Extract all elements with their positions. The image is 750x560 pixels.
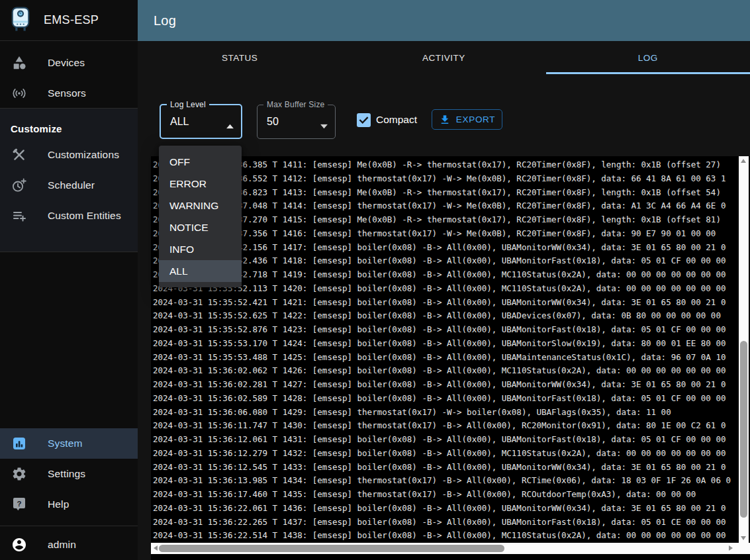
- log-level-option-label: OFF: [169, 156, 190, 168]
- log-line: 2024-03-31 15:36:12.061 T 1431: [emsesp]…: [153, 433, 739, 447]
- sidebar-item-settings[interactable]: Settings: [0, 459, 138, 489]
- log-line: 2024-03-31 15:36:11.747 T 1430: [emsesp]…: [153, 419, 739, 433]
- playlist-add-icon: [11, 208, 27, 224]
- more-time-icon: [11, 177, 27, 193]
- download-icon: [439, 114, 451, 126]
- log-level-option-info[interactable]: INFO: [159, 238, 242, 260]
- tab-status[interactable]: STATUS: [138, 41, 342, 74]
- log-line: 2024-03-31 15:36:12.279 T 1432: [emsesp]…: [153, 447, 739, 461]
- scroll-right-arrow[interactable]: [729, 545, 733, 551]
- sidebar-item-label: Sensors: [48, 87, 86, 99]
- app-logo-row: EMS-ESP: [0, 0, 138, 41]
- log-tab-content: Log Level ALL Max Buffer Size 50 Compact…: [138, 74, 750, 560]
- sidebar-item-system[interactable]: System: [0, 428, 138, 459]
- sensors-icon: [11, 85, 27, 101]
- sidebar-item-label: Scheduler: [48, 179, 95, 191]
- construction-icon: [11, 147, 27, 163]
- sidebar-item-label: System: [48, 438, 83, 449]
- sidebar-item-label: Customizations: [48, 149, 119, 161]
- max-buffer-size-label: Max Buffer Size: [263, 100, 328, 109]
- log-line: 2024-03-31 15:36:22.061 T 1436: [emsesp]…: [153, 502, 739, 516]
- log-level-option-error[interactable]: ERROR: [159, 173, 242, 195]
- svg-text:?: ?: [17, 500, 21, 508]
- customize-section-header: Customize: [0, 109, 138, 140]
- sidebar-item-help[interactable]: ? Help: [0, 489, 138, 520]
- user-row-group: admin: [0, 530, 138, 560]
- log-level-option-label: NOTICE: [169, 222, 209, 234]
- log-line: 2024-03-31 15:35:52.876 T 1423: [emsesp]…: [153, 323, 739, 337]
- log-level-option-label: WARNING: [169, 200, 218, 212]
- category-icon: [11, 55, 27, 71]
- sidebar-item-scheduler[interactable]: Scheduler: [0, 170, 138, 201]
- scroll-down-arrow[interactable]: [741, 536, 746, 540]
- log-level-option-label: INFO: [169, 244, 194, 256]
- sidebar-item-sensors[interactable]: Sensors: [0, 78, 138, 109]
- gear-icon: [11, 466, 27, 482]
- analytics-icon: [11, 436, 27, 451]
- compact-label: Compact: [376, 113, 417, 127]
- tab-label: LOG: [638, 53, 658, 63]
- sidebar-customize-group: Customizations Scheduler Custom Entities: [0, 140, 138, 231]
- log-level-option-off[interactable]: OFF: [159, 151, 242, 173]
- horizontal-scroll-thumb[interactable]: [159, 545, 504, 552]
- vertical-scroll-thumb[interactable]: [740, 341, 747, 518]
- compact-checkbox[interactable]: [357, 113, 371, 127]
- log-line: 2024-03-31 15:36:02.589 T 1428: [emsesp]…: [153, 392, 739, 406]
- tab-label: STATUS: [222, 53, 258, 63]
- sidebar-item-label: Settings: [48, 468, 85, 480]
- page-title: Log: [154, 13, 176, 28]
- ems-esp-app: EMS-ESP Devices Sensors Customize: [0, 0, 750, 560]
- app-title: EMS-ESP: [44, 13, 99, 27]
- log-line: 2024-03-31 15:36:06.080 T 1429: [emsesp]…: [153, 406, 739, 420]
- horizontal-scrollbar[interactable]: [151, 543, 750, 554]
- log-level-option-all[interactable]: ALL: [159, 260, 242, 282]
- log-level-label: Log Level: [167, 100, 209, 109]
- sidebar-item-devices[interactable]: Devices: [0, 48, 138, 78]
- sidebar-main-group: Devices Sensors: [0, 48, 138, 109]
- boiler-icon: [9, 7, 32, 34]
- max-buffer-size-select[interactable]: Max Buffer Size 50: [257, 105, 336, 139]
- tab-activity[interactable]: ACTIVITY: [342, 41, 545, 74]
- tab-bar: STATUS ACTIVITY LOG: [138, 41, 750, 74]
- sidebar-item-custom-entities[interactable]: Custom Entities: [0, 201, 138, 231]
- sidebar-item-admin-user[interactable]: admin: [0, 530, 138, 560]
- log-line: 2024-03-31 15:36:22.265 T 1437: [emsesp]…: [153, 516, 739, 530]
- log-level-select[interactable]: Log Level ALL: [160, 104, 242, 139]
- log-level-menu: OFF ERROR WARNING NOTICE INFO: [159, 146, 242, 287]
- user-name: admin: [48, 539, 76, 551]
- vertical-scrollbar[interactable]: [739, 156, 749, 543]
- caret-down-icon: [320, 120, 328, 124]
- scroll-up-arrow[interactable]: [741, 159, 746, 163]
- scroll-left-arrow[interactable]: [154, 545, 158, 551]
- log-level-option-warning[interactable]: WARNING: [159, 195, 242, 216]
- sidebar-item-customizations[interactable]: Customizations: [0, 140, 138, 170]
- log-line: 2024-03-31 15:35:52.625 T 1422: [emsesp]…: [153, 309, 739, 323]
- max-buffer-size-value: 50: [267, 116, 279, 128]
- log-line: 2024-03-31 15:36:02.281 T 1427: [emsesp]…: [153, 378, 739, 392]
- check-icon: [358, 115, 369, 126]
- log-level-option-label: ERROR: [169, 178, 207, 190]
- sidebar-item-label: Custom Entities: [48, 210, 121, 222]
- sidebar-item-label: Help: [48, 498, 69, 510]
- log-line: 2024-03-31 15:36:22.514 T 1438: [emsesp]…: [153, 529, 739, 543]
- log-line: 2024-03-31 15:36:17.460 T 1435: [emsesp]…: [153, 488, 739, 502]
- sidebar: EMS-ESP Devices Sensors Customize: [0, 0, 138, 560]
- sidebar-item-label: Devices: [48, 57, 85, 69]
- caret-up-icon: [226, 119, 234, 124]
- customize-section: Customize Customizations Scheduler: [0, 108, 138, 252]
- sidebar-divider: [0, 526, 138, 526]
- export-button[interactable]: EXPORT: [432, 109, 502, 130]
- log-line: 2024-03-31 15:36:12.545 T 1433: [emsesp]…: [153, 461, 739, 475]
- log-level-value: ALL: [170, 116, 189, 128]
- log-line: 2024-03-31 15:35:52.421 T 1421: [emsesp]…: [153, 296, 739, 310]
- tab-log[interactable]: LOG: [546, 41, 750, 74]
- account-circle-icon: [11, 537, 27, 553]
- log-line: 2024-03-31 15:36:13.985 T 1434: [emsesp]…: [153, 474, 739, 488]
- log-line: 2024-03-31 15:35:53.170 T 1424: [emsesp]…: [153, 337, 739, 351]
- sidebar-bottom-group: System Settings ? Help: [0, 428, 138, 520]
- log-line: 2024-03-31 15:36:02.062 T 1426: [emsesp]…: [153, 364, 739, 378]
- help-icon: ?: [11, 496, 27, 512]
- log-level-option-notice[interactable]: NOTICE: [159, 216, 242, 238]
- page-header: Log: [138, 0, 750, 41]
- export-button-label: EXPORT: [456, 115, 495, 124]
